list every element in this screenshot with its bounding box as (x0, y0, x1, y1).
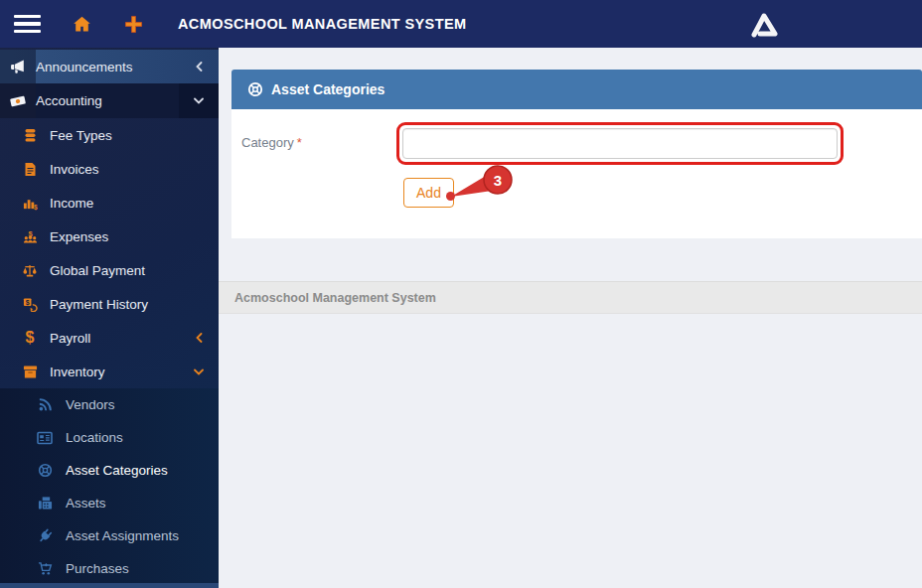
sidebar-item-label: Accounting (36, 93, 102, 108)
sidebar-item-label: Announcements (36, 60, 133, 74)
sidebar-item-label: Purchases (66, 561, 129, 576)
group-dollar-icon: $ (22, 229, 38, 244)
coins-icon (22, 128, 38, 143)
sidebar-item-label: Asset Assignments (66, 528, 179, 543)
main-content: Asset Categories Category* Add Acmoschoo… (219, 48, 922, 588)
svg-text:$: $ (33, 204, 37, 211)
category-label: Category* (241, 135, 302, 150)
sidebar-item-assets[interactable]: Assets (0, 487, 219, 519)
panel-header: Asset Categories (231, 70, 922, 109)
quick-add-icon[interactable] (122, 13, 144, 35)
bar-chart-dollar-icon: $ (22, 196, 38, 211)
asset-categories-panel: Asset Categories Category* Add (231, 70, 922, 238)
sidebar-item-fee-types[interactable]: Fee Types (0, 118, 219, 152)
footer-bar: Acmoschool Management System (219, 281, 922, 314)
brand-logo-icon (745, 10, 783, 40)
topbar: ACMOSCHOOL MANAGEMENT SYSTEM (0, 0, 922, 48)
sidebar-item-purchases[interactable]: Purchases (0, 552, 219, 585)
sidebar-item-payment-history[interactable]: $ Payment History (0, 287, 219, 321)
box-icon (22, 365, 38, 379)
sidebar-item-asset-assignments[interactable]: Asset Assignments (0, 519, 219, 552)
add-button[interactable]: Add (403, 178, 454, 208)
panel-title: Asset Categories (271, 81, 384, 97)
address-card-icon (36, 431, 54, 445)
sidebar-item-label: Vendors (66, 397, 115, 412)
home-icon[interactable] (71, 13, 92, 35)
app-title: ACMOSCHOOL MANAGEMENT SYSTEM (178, 16, 466, 32)
sidebar: Announcements Accounting (0, 48, 219, 588)
sidebar-item-global-payment[interactable]: Global Payment (0, 253, 219, 287)
inventory-submenu: Vendors Locations (0, 388, 219, 585)
life-ring-icon (247, 81, 263, 97)
sidebar-item-label: Inventory (50, 365, 105, 379)
sidebar-item-asset-categories[interactable]: Asset Categories (0, 454, 219, 487)
chevron-left-icon (179, 50, 219, 83)
sidebar-item-label: Income (50, 196, 93, 211)
sidebar-item-invoices[interactable]: Invoices (0, 152, 219, 186)
megaphone-icon (0, 50, 36, 83)
dollar-icon: $ (22, 329, 38, 347)
sidebar-item-label: Payroll (50, 331, 90, 346)
sidebar-item-locations[interactable]: Locations (0, 421, 219, 454)
sidebar-item-label: Invoices (50, 162, 99, 177)
sidebar-item-payroll[interactable]: $ Payroll (0, 321, 219, 355)
footer-text: Acmoschool Management System (234, 291, 436, 305)
chevron-down-icon (179, 355, 219, 388)
sidebar-item-accounting[interactable]: Accounting (0, 83, 219, 118)
balance-scale-icon (22, 263, 38, 278)
sidebar-item-label: Global Payment (50, 263, 145, 278)
sidebar-next-item-edge (0, 583, 219, 588)
sidebar-item-inventory[interactable]: Inventory (0, 355, 219, 388)
invoice-icon (22, 162, 38, 177)
sidebar-item-label: Expenses (50, 229, 108, 244)
sidebar-item-label: Assets (66, 496, 106, 511)
sidebar-item-expenses[interactable]: $ Expenses (0, 220, 219, 253)
sidebar-item-income[interactable]: $ Income (0, 186, 219, 220)
hamburger-menu-icon[interactable] (14, 15, 41, 33)
annotation-highlight-box (396, 122, 844, 165)
sidebar-item-label: Payment History (50, 297, 148, 312)
required-asterisk: * (297, 135, 302, 150)
payment-history-icon: $ (22, 297, 38, 312)
cart-icon (36, 561, 54, 576)
fax-icon (36, 496, 54, 511)
sidebar-item-vendors[interactable]: Vendors (0, 388, 219, 421)
sidebar-item-announcements[interactable]: Announcements (0, 50, 219, 83)
life-ring-icon (36, 463, 54, 478)
chevron-left-icon (179, 321, 219, 355)
sidebar-item-label: Locations (66, 430, 123, 445)
panel-body: Category* Add (231, 109, 922, 238)
category-input[interactable] (402, 128, 838, 159)
sidebar-item-label: Fee Types (50, 128, 112, 143)
sidebar-item-label: Asset Categories (66, 463, 168, 478)
money-icon (0, 83, 36, 118)
chevron-down-icon (179, 83, 219, 118)
rss-icon (36, 397, 54, 412)
svg-text:$: $ (25, 298, 29, 306)
plug-icon (36, 528, 54, 543)
